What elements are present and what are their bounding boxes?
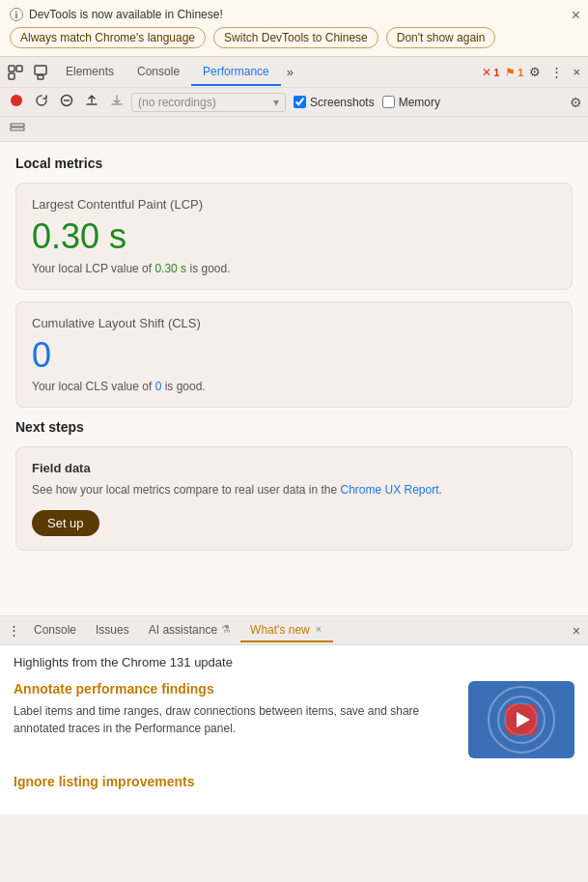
error-icon: ✕ [482,66,491,79]
clear-button[interactable] [56,91,77,113]
close-bottom-panel-button[interactable]: × [569,621,584,640]
svg-rect-2 [9,73,14,79]
warning-count: 1 [518,67,523,78]
language-match-button[interactable]: Always match Chrome's language [10,27,206,48]
chrome-ux-report-link[interactable]: Chrome UX Report [341,483,439,497]
setup-button[interactable]: Set up [32,510,99,536]
cls-label: Cumulative Layout Shift (CLS) [32,316,556,330]
screenshots-checkbox-label[interactable]: Screenshots [294,96,375,109]
settings-button[interactable]: ⚙ [525,62,545,82]
whats-new-item-2: Ignore listing improvements [14,774,574,789]
whats-new-text-2: Ignore listing improvements [14,774,574,789]
ai-icon: ⚗ [221,623,231,636]
main-content: Local metrics Largest Contentful Paint (… [0,142,588,615]
info-icon: ℹ [10,8,23,21]
bottom-tab-console[interactable]: Console [24,619,86,642]
svg-rect-4 [38,75,43,79]
memory-label-text: Memory [399,96,440,109]
next-steps-title: Next steps [15,419,573,435]
whats-new-header: Highlights from the Chrome 131 update [14,655,574,669]
notification-close-button[interactable]: × [572,8,580,23]
bottom-more-button[interactable]: ⋮ [4,621,24,640]
reload-record-button[interactable] [31,91,52,113]
performance-toolbar: (no recordings) ▾ Screenshots Memory ⚙ [0,88,588,117]
download-button[interactable] [106,91,127,113]
bottom-tab-issues[interactable]: Issues [86,619,139,642]
whats-new-title-2: Ignore listing improvements [14,774,574,789]
lcp-description: Your local LCP value of 0.30 s is good. [32,262,556,275]
tab-performance[interactable]: Performance [191,59,281,86]
screenshots-checkbox[interactable] [294,96,306,108]
close-devtools-button[interactable]: × [569,62,584,82]
svg-point-5 [11,95,22,106]
notification-title: DevTools is now available in Chinese! [29,8,223,21]
cls-value: 0 [32,336,556,375]
svg-rect-8 [11,124,24,127]
memory-checkbox-label[interactable]: Memory [382,96,440,109]
lcp-label: Largest Contentful Paint (LCP) [32,197,556,212]
tab-bar: Elements Console Performance [54,59,281,86]
whats-new-thumbnail-1 [468,681,574,758]
whats-new-desc-1: Label items and time ranges, draw connec… [14,702,455,737]
cls-card: Cumulative Layout Shift (CLS) 0 Your loc… [15,301,573,409]
error-badges: ✕ 1 ⚑ 1 [482,66,523,79]
whats-new-item-1: Annotate performance findings Label item… [14,681,574,758]
whats-new-text-1: Annotate performance findings Label item… [14,681,455,758]
whats-new-close-icon[interactable]: × [314,624,323,635]
layers-row [0,117,588,142]
notification-buttons: Always match Chrome's language Switch De… [10,27,578,48]
error-count: 1 [493,67,499,78]
field-data-card: Field data See how your local metrics co… [15,446,573,551]
recordings-dropdown[interactable]: (no recordings) ▾ [131,93,286,112]
tab-elements[interactable]: Elements [54,59,126,86]
lcp-value: 0.30 s [32,217,556,256]
svg-rect-3 [35,66,46,74]
dont-show-again-button[interactable]: Don't show again [386,27,496,48]
field-data-desc: See how your local metrics compare to re… [32,481,556,498]
inspect-element-icon[interactable] [4,62,27,83]
tab-console[interactable]: Console [126,59,191,86]
dropdown-arrow-icon: ▾ [273,96,279,109]
record-button[interactable] [6,91,27,113]
warning-icon: ⚑ [505,66,516,79]
svg-rect-0 [9,66,14,71]
devtools-toolbar: Elements Console Performance » ✕ 1 ⚑ 1 ⚙… [0,57,588,88]
upload-button[interactable] [81,91,102,113]
screenshots-label-text: Screenshots [310,96,375,109]
device-toolbar-icon[interactable] [29,62,52,83]
bottom-tab-whats-new[interactable]: What's new × [240,619,333,642]
svg-rect-9 [11,128,24,130]
lcp-card: Largest Contentful Paint (LCP) 0.30 s Yo… [15,183,573,290]
bottom-tab-bar: ⋮ Console Issues AI assistance ⚗ What's … [0,616,588,645]
bottom-panel: ⋮ Console Issues AI assistance ⚗ What's … [0,615,588,814]
recordings-dropdown-text: (no recordings) [138,96,269,109]
whats-new-title-1: Annotate performance findings [14,681,455,697]
memory-checkbox[interactable] [382,96,395,108]
svg-rect-1 [16,66,22,71]
notification-banner: ℹ DevTools is now available in Chinese! … [0,0,588,57]
performance-settings-button[interactable]: ⚙ [570,95,582,110]
bottom-content: Highlights from the Chrome 131 update An… [0,645,588,814]
cls-description: Your local CLS value of 0 is good. [32,380,556,393]
switch-chinese-button[interactable]: Switch DevTools to Chinese [213,27,378,48]
layers-icon[interactable] [6,117,29,141]
more-tabs-button[interactable]: » [283,62,297,82]
field-data-title: Field data [32,461,556,475]
more-options-button[interactable]: ⋮ [546,62,567,82]
bottom-tab-ai[interactable]: AI assistance ⚗ [139,619,240,642]
local-metrics-title: Local metrics [15,156,573,171]
